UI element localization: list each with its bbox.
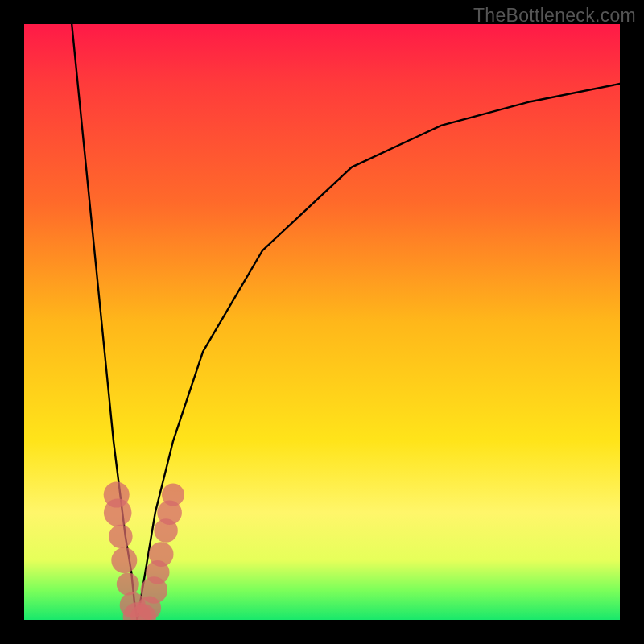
scatter-dot: [117, 573, 139, 596]
watermark-text: TheBottleneck.com: [473, 5, 636, 27]
scatter-markers: [104, 482, 184, 620]
scatter-dot: [162, 484, 184, 506]
scatter-dot: [111, 547, 137, 573]
curve-right-branch: [138, 84, 620, 620]
scatter-dot: [104, 499, 132, 527]
scatter-dot: [149, 542, 174, 567]
chart-svg: [24, 24, 620, 620]
chart-frame: TheBottleneck.com: [0, 0, 644, 644]
chart-plot-area: [24, 24, 620, 620]
scatter-dot: [109, 525, 132, 548]
